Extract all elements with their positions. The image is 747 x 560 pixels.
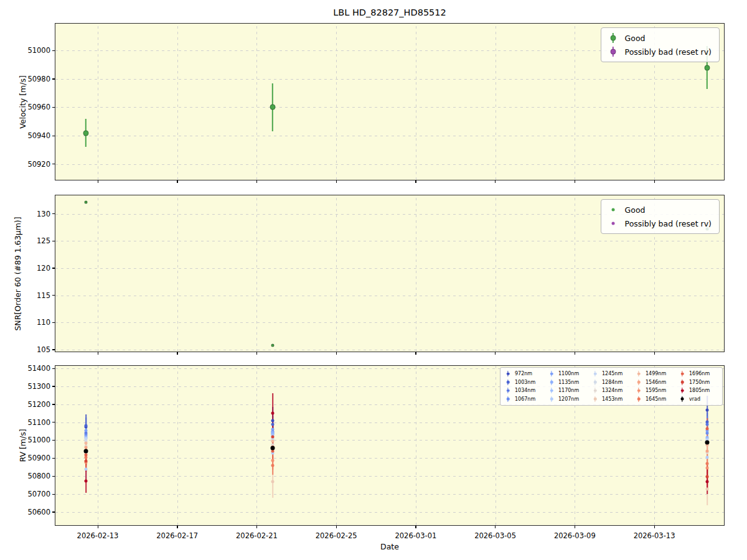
y-tick-mark bbox=[52, 440, 55, 441]
grid-line-y bbox=[55, 164, 724, 165]
data-point bbox=[706, 467, 709, 470]
x-tick-mark bbox=[256, 352, 257, 355]
y-tick-label: 50960 bbox=[27, 103, 50, 111]
data-point bbox=[84, 441, 87, 444]
figure-root: LBL HD_82827_HD85512 Velocity [m/s] SNR[… bbox=[0, 0, 747, 560]
y-tick-label: 51000 bbox=[27, 46, 50, 55]
data-point bbox=[706, 462, 709, 465]
wavelength-legend: 972nm1003nm1034nm1067nm1100nm1135nm1170n… bbox=[500, 367, 723, 406]
legend-label: 1805nm bbox=[689, 388, 710, 393]
legend-item: 1805nm bbox=[679, 387, 716, 394]
legend-item: 1100nm bbox=[548, 370, 585, 377]
y-tick-label: 50700 bbox=[27, 490, 50, 498]
y-tick-mark bbox=[52, 368, 55, 369]
data-point bbox=[84, 429, 87, 432]
legend-errorbar-marker-icon bbox=[548, 387, 555, 394]
legend-dot-icon bbox=[507, 390, 510, 393]
y-tick-mark bbox=[52, 322, 55, 323]
y-tick-mark bbox=[52, 404, 55, 404]
legend-dot-icon bbox=[637, 381, 641, 384]
x-tick-mark bbox=[495, 352, 496, 355]
data-point bbox=[271, 419, 275, 422]
x-tick-mark bbox=[256, 180, 257, 183]
legend-dot-icon bbox=[611, 208, 614, 212]
grid-line-x bbox=[177, 366, 178, 525]
legend-item: 1453nm bbox=[591, 396, 629, 403]
legend-errorbar-marker-icon bbox=[504, 370, 512, 377]
legend-label: Good bbox=[625, 34, 646, 43]
legend-item: vrad bbox=[679, 396, 716, 403]
x-tick-label: 2026-03-01 bbox=[395, 531, 436, 540]
data-point bbox=[83, 130, 88, 136]
x-tick-mark bbox=[575, 352, 575, 355]
legend-item: Possibly bad (reset rv) bbox=[606, 45, 712, 58]
y-tick-mark bbox=[52, 268, 55, 268]
data-point-vrad bbox=[271, 446, 275, 450]
data-point bbox=[706, 408, 709, 411]
data-point bbox=[84, 201, 87, 204]
legend-label: 1067nm bbox=[515, 396, 535, 402]
data-point bbox=[271, 464, 275, 467]
legend-item: 1324nm bbox=[591, 387, 629, 394]
data-point-vrad bbox=[83, 449, 88, 453]
grid-line-y bbox=[55, 322, 724, 323]
y-tick-label: 115 bbox=[37, 291, 50, 300]
grid-line-x bbox=[336, 366, 337, 525]
x-tick-mark bbox=[98, 352, 98, 355]
legend-dot-icon bbox=[610, 49, 616, 55]
y-tick-label: 125 bbox=[37, 236, 50, 245]
x-tick-label: 2026-03-09 bbox=[554, 531, 596, 540]
x-tick-mark bbox=[415, 352, 416, 355]
legend: GoodPossibly bad (reset rv) bbox=[601, 199, 720, 234]
data-point bbox=[706, 431, 709, 434]
legend-errorbar-marker-icon bbox=[679, 396, 686, 403]
y-tick-label: 50940 bbox=[27, 131, 50, 140]
y-tick-mark bbox=[52, 458, 55, 459]
legend-dot-icon bbox=[550, 398, 553, 401]
legend-item: 1595nm bbox=[635, 387, 672, 394]
grid-line-y bbox=[55, 512, 724, 513]
legend-errorbar-marker-icon bbox=[504, 396, 512, 403]
legend-dot-icon bbox=[550, 381, 553, 384]
grid-line-x bbox=[177, 195, 178, 352]
legend-dot-icon bbox=[550, 390, 553, 393]
y-tick-label: 50600 bbox=[27, 508, 50, 516]
legend-dot-icon bbox=[507, 398, 510, 401]
y-tick-label: 50800 bbox=[27, 472, 50, 480]
legend-dot-icon bbox=[594, 373, 597, 376]
legend-item: 972nm bbox=[504, 370, 542, 377]
legend-label: 1207nm bbox=[558, 396, 579, 402]
grid-line-y bbox=[55, 422, 724, 423]
grid-line-x bbox=[496, 24, 496, 180]
legend-dot-icon bbox=[637, 373, 641, 376]
y-tick-label: 50920 bbox=[27, 160, 50, 169]
legend-label: 1135nm bbox=[558, 380, 579, 385]
legend-errorbar-marker-icon bbox=[606, 32, 620, 44]
y-axis-label-velocity: Velocity [m/s] bbox=[18, 75, 27, 129]
data-point-vrad bbox=[705, 440, 710, 444]
data-point bbox=[706, 423, 709, 426]
y-tick-mark bbox=[52, 494, 55, 495]
legend-errorbar-marker-icon bbox=[635, 370, 642, 377]
y-tick-mark bbox=[52, 78, 55, 79]
data-point bbox=[706, 449, 709, 452]
grid-line-y bbox=[55, 494, 724, 495]
legend-label: 1546nm bbox=[646, 380, 666, 385]
grid-line-x bbox=[256, 366, 257, 525]
legend-dot-icon bbox=[550, 373, 553, 376]
grid-line-x bbox=[177, 24, 178, 180]
data-point bbox=[271, 480, 275, 483]
grid-line-x bbox=[336, 195, 337, 352]
grid-line-x bbox=[256, 195, 257, 352]
snr-plot: 105110115120125130GoodPossibly bad (rese… bbox=[55, 195, 725, 352]
y-tick-mark bbox=[52, 164, 55, 164]
legend-item: Good bbox=[606, 203, 712, 217]
y-tick-label: 51200 bbox=[27, 400, 50, 409]
data-point bbox=[705, 65, 710, 70]
legend-item: 1750nm bbox=[679, 379, 716, 386]
data-point bbox=[706, 480, 709, 483]
x-tick-mark bbox=[177, 352, 177, 355]
grid-line-x bbox=[416, 24, 416, 180]
legend-label: 1245nm bbox=[602, 371, 622, 376]
grid-line-y bbox=[55, 476, 724, 477]
